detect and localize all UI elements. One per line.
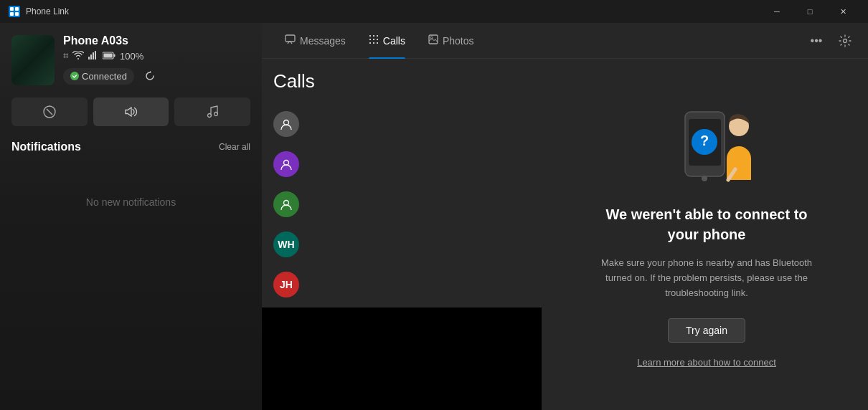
battery-icon — [103, 51, 115, 62]
call-item[interactable] — [262, 144, 570, 184]
refresh-button[interactable] — [140, 66, 160, 86]
titlebar: Phone Link ─ □ ✕ — [0, 0, 868, 23]
learn-more-link[interactable]: Learn more about how to connect — [637, 357, 776, 368]
maximize-button[interactable]: □ — [793, 0, 826, 23]
svg-rect-3 — [15, 12, 19, 16]
error-description: Make sure your phone is nearby and has B… — [593, 256, 820, 300]
tab-photos-label: Photos — [443, 35, 474, 47]
tab-calls[interactable]: Calls — [357, 23, 417, 59]
phone-thumbnail — [11, 35, 55, 85]
music-button[interactable] — [174, 97, 250, 126]
svg-rect-1 — [15, 7, 19, 11]
try-again-button[interactable]: Try again — [668, 318, 745, 343]
svg-rect-4 — [88, 57, 90, 59]
tab-bar-actions: ••• — [805, 29, 857, 52]
svg-point-21 — [377, 39, 378, 40]
error-title: We weren't able to connect to your phone — [593, 204, 820, 244]
avatar — [273, 191, 299, 217]
sidebar: Phone A03s ⌗ — [0, 23, 262, 410]
svg-point-27 — [844, 39, 847, 42]
svg-point-23 — [373, 42, 374, 44]
avatar — [273, 111, 299, 137]
app-icon — [9, 6, 20, 17]
photos-icon — [428, 34, 438, 47]
mute-button[interactable] — [11, 97, 88, 126]
call-item[interactable]: WH — [262, 224, 570, 264]
close-button[interactable]: ✕ — [826, 0, 859, 23]
svg-rect-9 — [104, 53, 113, 57]
tab-messages-label: Messages — [300, 35, 346, 47]
phone-name: Phone A03s — [63, 34, 250, 47]
action-buttons — [11, 97, 250, 126]
tab-messages[interactable]: Messages — [273, 23, 357, 59]
notifications-header: Notifications Clear all — [11, 140, 250, 153]
avatar: WH — [273, 232, 299, 257]
volume-button[interactable] — [93, 97, 169, 126]
svg-point-19 — [369, 39, 371, 40]
svg-point-17 — [373, 35, 374, 37]
svg-rect-7 — [95, 51, 96, 59]
svg-rect-10 — [114, 54, 115, 57]
battery-percent: 100% — [120, 51, 143, 62]
svg-text:?: ? — [700, 133, 709, 148]
connected-badge: Connected — [63, 68, 134, 85]
call-item[interactable] — [262, 104, 570, 144]
app-title: Phone Link — [26, 6, 760, 16]
tabs: Messages — [273, 23, 805, 59]
main-content: Phone A03s ⌗ — [0, 23, 868, 410]
svg-point-24 — [377, 42, 378, 44]
call-item[interactable] — [262, 184, 570, 224]
svg-point-22 — [369, 42, 371, 44]
svg-point-33 — [702, 176, 707, 181]
phone-details: Phone A03s ⌗ — [63, 34, 250, 86]
notifications-title: Notifications — [11, 140, 81, 153]
call-item[interactable]: JH — [262, 264, 570, 305]
calls-list-panel: Calls — [262, 59, 570, 410]
svg-rect-6 — [93, 52, 94, 59]
calls-content: Calls — [262, 59, 868, 410]
messages-icon — [285, 34, 296, 47]
avatar: JH — [273, 272, 299, 297]
signal-icon — [88, 51, 98, 62]
svg-line-12 — [47, 109, 52, 115]
window-controls: ─ □ ✕ — [760, 0, 859, 23]
bluetooth-icon: ⌗ — [63, 50, 68, 62]
tab-photos[interactable]: Photos — [417, 23, 486, 59]
settings-button[interactable] — [834, 29, 857, 52]
svg-point-18 — [377, 35, 378, 37]
error-panel: ? We weren't able to connect to your pho… — [570, 59, 843, 410]
svg-rect-15 — [286, 35, 295, 42]
phone-status-row: ⌗ — [63, 50, 250, 62]
svg-point-16 — [369, 35, 371, 37]
calls-icon — [369, 34, 379, 47]
svg-rect-2 — [10, 12, 14, 16]
svg-rect-5 — [90, 54, 92, 59]
svg-point-26 — [430, 37, 433, 39]
more-options-button[interactable]: ••• — [805, 29, 828, 52]
call-items: WH JH — [262, 104, 570, 305]
svg-point-20 — [373, 39, 374, 40]
error-illustration: ? — [664, 101, 750, 187]
tab-bar: Messages — [262, 23, 868, 59]
tab-calls-label: Calls — [383, 35, 405, 47]
sidebar-content: Phone A03s ⌗ — [11, 34, 250, 208]
clear-all-button[interactable]: Clear all — [219, 142, 250, 152]
phone-info: Phone A03s ⌗ — [11, 34, 250, 86]
connected-label: Connected — [82, 71, 127, 82]
svg-rect-0 — [10, 7, 14, 11]
connected-dot-icon — [70, 72, 79, 80]
svg-rect-25 — [429, 35, 438, 44]
calls-heading: Calls — [262, 70, 570, 92]
minimize-button[interactable]: ─ — [760, 0, 793, 23]
wifi-icon — [72, 51, 84, 62]
avatar — [273, 151, 299, 177]
no-notifications-label: No new notifications — [11, 196, 250, 208]
right-panel: Messages — [262, 23, 868, 410]
